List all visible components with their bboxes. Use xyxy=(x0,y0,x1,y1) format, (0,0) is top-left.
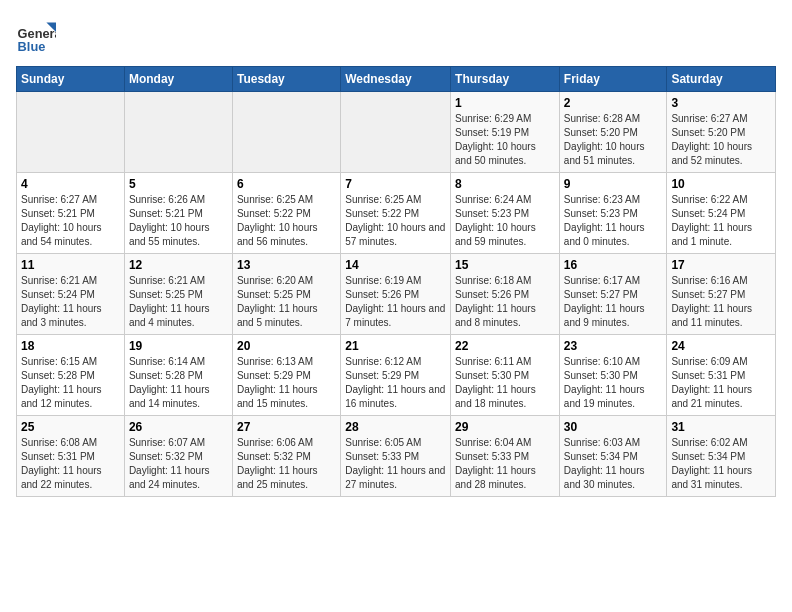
day-cell: 9Sunrise: 6:23 AMSunset: 5:23 PMDaylight… xyxy=(559,173,667,254)
day-info: Sunrise: 6:24 AMSunset: 5:23 PMDaylight:… xyxy=(455,193,555,249)
day-number: 6 xyxy=(237,177,336,191)
day-info: Sunrise: 6:25 AMSunset: 5:22 PMDaylight:… xyxy=(237,193,336,249)
day-cell: 15Sunrise: 6:18 AMSunset: 5:26 PMDayligh… xyxy=(451,254,560,335)
day-cell: 5Sunrise: 6:26 AMSunset: 5:21 PMDaylight… xyxy=(124,173,232,254)
day-cell: 8Sunrise: 6:24 AMSunset: 5:23 PMDaylight… xyxy=(451,173,560,254)
day-number: 24 xyxy=(671,339,771,353)
day-cell: 7Sunrise: 6:25 AMSunset: 5:22 PMDaylight… xyxy=(341,173,451,254)
day-number: 8 xyxy=(455,177,555,191)
day-number: 21 xyxy=(345,339,446,353)
header-cell-tuesday: Tuesday xyxy=(232,67,340,92)
day-number: 20 xyxy=(237,339,336,353)
day-cell: 1Sunrise: 6:29 AMSunset: 5:19 PMDaylight… xyxy=(451,92,560,173)
day-info: Sunrise: 6:20 AMSunset: 5:25 PMDaylight:… xyxy=(237,274,336,330)
week-row-1: 4Sunrise: 6:27 AMSunset: 5:21 PMDaylight… xyxy=(17,173,776,254)
day-info: Sunrise: 6:08 AMSunset: 5:31 PMDaylight:… xyxy=(21,436,120,492)
day-number: 4 xyxy=(21,177,120,191)
day-cell: 2Sunrise: 6:28 AMSunset: 5:20 PMDaylight… xyxy=(559,92,667,173)
day-cell: 12Sunrise: 6:21 AMSunset: 5:25 PMDayligh… xyxy=(124,254,232,335)
calendar-body: 1Sunrise: 6:29 AMSunset: 5:19 PMDaylight… xyxy=(17,92,776,497)
day-number: 15 xyxy=(455,258,555,272)
day-cell: 25Sunrise: 6:08 AMSunset: 5:31 PMDayligh… xyxy=(17,416,125,497)
day-cell: 27Sunrise: 6:06 AMSunset: 5:32 PMDayligh… xyxy=(232,416,340,497)
calendar-table: SundayMondayTuesdayWednesdayThursdayFrid… xyxy=(16,66,776,497)
day-cell: 24Sunrise: 6:09 AMSunset: 5:31 PMDayligh… xyxy=(667,335,776,416)
day-info: Sunrise: 6:13 AMSunset: 5:29 PMDaylight:… xyxy=(237,355,336,411)
day-info: Sunrise: 6:18 AMSunset: 5:26 PMDaylight:… xyxy=(455,274,555,330)
day-number: 9 xyxy=(564,177,663,191)
day-info: Sunrise: 6:28 AMSunset: 5:20 PMDaylight:… xyxy=(564,112,663,168)
day-info: Sunrise: 6:23 AMSunset: 5:23 PMDaylight:… xyxy=(564,193,663,249)
logo: General Blue xyxy=(16,16,60,56)
day-info: Sunrise: 6:06 AMSunset: 5:32 PMDaylight:… xyxy=(237,436,336,492)
week-row-0: 1Sunrise: 6:29 AMSunset: 5:19 PMDaylight… xyxy=(17,92,776,173)
day-cell: 14Sunrise: 6:19 AMSunset: 5:26 PMDayligh… xyxy=(341,254,451,335)
day-info: Sunrise: 6:12 AMSunset: 5:29 PMDaylight:… xyxy=(345,355,446,411)
logo-icon: General Blue xyxy=(16,16,56,56)
header-cell-saturday: Saturday xyxy=(667,67,776,92)
day-cell: 29Sunrise: 6:04 AMSunset: 5:33 PMDayligh… xyxy=(451,416,560,497)
day-number: 13 xyxy=(237,258,336,272)
day-cell: 11Sunrise: 6:21 AMSunset: 5:24 PMDayligh… xyxy=(17,254,125,335)
day-cell: 21Sunrise: 6:12 AMSunset: 5:29 PMDayligh… xyxy=(341,335,451,416)
day-cell xyxy=(17,92,125,173)
week-row-2: 11Sunrise: 6:21 AMSunset: 5:24 PMDayligh… xyxy=(17,254,776,335)
svg-text:Blue: Blue xyxy=(18,39,46,54)
day-info: Sunrise: 6:17 AMSunset: 5:27 PMDaylight:… xyxy=(564,274,663,330)
day-cell: 18Sunrise: 6:15 AMSunset: 5:28 PMDayligh… xyxy=(17,335,125,416)
day-number: 22 xyxy=(455,339,555,353)
day-info: Sunrise: 6:10 AMSunset: 5:30 PMDaylight:… xyxy=(564,355,663,411)
day-number: 10 xyxy=(671,177,771,191)
day-number: 31 xyxy=(671,420,771,434)
day-cell: 16Sunrise: 6:17 AMSunset: 5:27 PMDayligh… xyxy=(559,254,667,335)
day-number: 28 xyxy=(345,420,446,434)
day-number: 23 xyxy=(564,339,663,353)
day-cell: 17Sunrise: 6:16 AMSunset: 5:27 PMDayligh… xyxy=(667,254,776,335)
day-info: Sunrise: 6:04 AMSunset: 5:33 PMDaylight:… xyxy=(455,436,555,492)
day-cell: 6Sunrise: 6:25 AMSunset: 5:22 PMDaylight… xyxy=(232,173,340,254)
day-info: Sunrise: 6:22 AMSunset: 5:24 PMDaylight:… xyxy=(671,193,771,249)
day-cell: 20Sunrise: 6:13 AMSunset: 5:29 PMDayligh… xyxy=(232,335,340,416)
day-number: 14 xyxy=(345,258,446,272)
day-cell xyxy=(341,92,451,173)
week-row-3: 18Sunrise: 6:15 AMSunset: 5:28 PMDayligh… xyxy=(17,335,776,416)
day-number: 30 xyxy=(564,420,663,434)
page-header: General Blue xyxy=(16,16,776,56)
day-number: 11 xyxy=(21,258,120,272)
day-number: 3 xyxy=(671,96,771,110)
day-info: Sunrise: 6:15 AMSunset: 5:28 PMDaylight:… xyxy=(21,355,120,411)
day-info: Sunrise: 6:26 AMSunset: 5:21 PMDaylight:… xyxy=(129,193,228,249)
day-info: Sunrise: 6:25 AMSunset: 5:22 PMDaylight:… xyxy=(345,193,446,249)
day-info: Sunrise: 6:03 AMSunset: 5:34 PMDaylight:… xyxy=(564,436,663,492)
calendar-header: SundayMondayTuesdayWednesdayThursdayFrid… xyxy=(17,67,776,92)
day-cell: 19Sunrise: 6:14 AMSunset: 5:28 PMDayligh… xyxy=(124,335,232,416)
day-info: Sunrise: 6:21 AMSunset: 5:24 PMDaylight:… xyxy=(21,274,120,330)
header-cell-sunday: Sunday xyxy=(17,67,125,92)
day-info: Sunrise: 6:16 AMSunset: 5:27 PMDaylight:… xyxy=(671,274,771,330)
day-number: 7 xyxy=(345,177,446,191)
day-cell: 3Sunrise: 6:27 AMSunset: 5:20 PMDaylight… xyxy=(667,92,776,173)
day-info: Sunrise: 6:27 AMSunset: 5:20 PMDaylight:… xyxy=(671,112,771,168)
day-info: Sunrise: 6:09 AMSunset: 5:31 PMDaylight:… xyxy=(671,355,771,411)
header-cell-friday: Friday xyxy=(559,67,667,92)
day-number: 29 xyxy=(455,420,555,434)
day-cell: 28Sunrise: 6:05 AMSunset: 5:33 PMDayligh… xyxy=(341,416,451,497)
day-cell xyxy=(232,92,340,173)
header-cell-wednesday: Wednesday xyxy=(341,67,451,92)
day-info: Sunrise: 6:19 AMSunset: 5:26 PMDaylight:… xyxy=(345,274,446,330)
header-cell-monday: Monday xyxy=(124,67,232,92)
day-info: Sunrise: 6:05 AMSunset: 5:33 PMDaylight:… xyxy=(345,436,446,492)
day-number: 26 xyxy=(129,420,228,434)
day-cell: 23Sunrise: 6:10 AMSunset: 5:30 PMDayligh… xyxy=(559,335,667,416)
day-number: 2 xyxy=(564,96,663,110)
header-cell-thursday: Thursday xyxy=(451,67,560,92)
day-number: 27 xyxy=(237,420,336,434)
day-cell: 22Sunrise: 6:11 AMSunset: 5:30 PMDayligh… xyxy=(451,335,560,416)
day-info: Sunrise: 6:11 AMSunset: 5:30 PMDaylight:… xyxy=(455,355,555,411)
day-cell: 10Sunrise: 6:22 AMSunset: 5:24 PMDayligh… xyxy=(667,173,776,254)
header-row: SundayMondayTuesdayWednesdayThursdayFrid… xyxy=(17,67,776,92)
day-number: 16 xyxy=(564,258,663,272)
day-number: 25 xyxy=(21,420,120,434)
day-number: 18 xyxy=(21,339,120,353)
day-info: Sunrise: 6:14 AMSunset: 5:28 PMDaylight:… xyxy=(129,355,228,411)
